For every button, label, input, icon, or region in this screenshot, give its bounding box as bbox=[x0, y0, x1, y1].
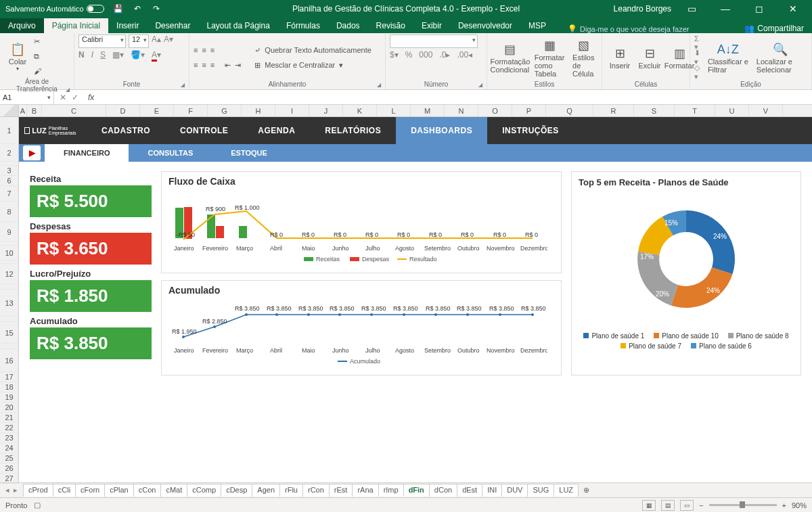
sheet-tab[interactable]: INI bbox=[482, 484, 502, 497]
user-name[interactable]: Leandro Borges bbox=[614, 4, 671, 14]
tab-data[interactable]: Dados bbox=[328, 18, 368, 33]
redo-icon[interactable]: ↷ bbox=[152, 4, 161, 14]
sheet-tab[interactable]: dEst bbox=[457, 484, 482, 497]
tab-page-layout[interactable]: Layout da Página bbox=[198, 18, 277, 33]
row-header[interactable]: 21 bbox=[0, 413, 18, 423]
cut-button[interactable]: ✂ bbox=[34, 35, 41, 48]
increase-font-icon[interactable]: A▴ bbox=[152, 35, 161, 48]
font-color-button[interactable]: A▾ bbox=[152, 50, 161, 60]
underline-button[interactable]: S bbox=[100, 50, 106, 60]
sheet-tab[interactable]: cProd bbox=[23, 484, 53, 497]
col-header[interactable]: P bbox=[512, 105, 546, 116]
nav-agenda[interactable]: AGENDA bbox=[243, 117, 310, 144]
save-icon[interactable]: 💾 bbox=[114, 4, 123, 14]
nav-controle[interactable]: CONTROLE bbox=[165, 117, 243, 144]
nav-relatorios[interactable]: RELATÓRIOS bbox=[310, 117, 396, 144]
align-left-icon[interactable]: ≡ bbox=[194, 61, 198, 69]
col-header[interactable]: S bbox=[634, 105, 675, 116]
minimize-icon[interactable]: — bbox=[712, 3, 739, 14]
align-bottom-icon[interactable]: ≡ bbox=[210, 46, 215, 54]
subnav-estoque[interactable]: ESTOQUE bbox=[212, 144, 286, 162]
sheet-tab[interactable]: Agen bbox=[252, 484, 280, 497]
bold-button[interactable]: N bbox=[78, 50, 85, 60]
col-header[interactable]: G bbox=[208, 105, 242, 116]
sheet-tab[interactable]: rCon bbox=[302, 484, 330, 497]
col-header[interactable]: A bbox=[19, 105, 27, 116]
copy-button[interactable]: ⧉ bbox=[34, 49, 41, 63]
row-header[interactable]: 16 bbox=[0, 349, 18, 372]
wrap-text-button[interactable]: ⤶ Quebrar Texto Automaticamente bbox=[254, 43, 371, 57]
font-size-select[interactable]: 12 bbox=[129, 35, 149, 48]
sheet-tab[interactable]: cPlan bbox=[104, 484, 134, 497]
row-header[interactable]: 10 bbox=[0, 246, 18, 260]
row-header[interactable]: 17 bbox=[0, 372, 18, 382]
row-header[interactable]: 7 bbox=[0, 186, 18, 202]
fill-color-button[interactable]: 🪣▾ bbox=[131, 50, 145, 60]
tab-home[interactable]: Página Inicial bbox=[44, 18, 108, 33]
select-all-button[interactable] bbox=[0, 105, 19, 116]
row-header[interactable]: 27 bbox=[0, 474, 18, 484]
sheet-nav-last-icon[interactable]: ▸ bbox=[14, 486, 18, 495]
tab-msp[interactable]: MSP bbox=[520, 18, 554, 33]
share-button[interactable]: 👥 Compartilhar bbox=[744, 24, 804, 33]
zoom-level[interactable]: 90% bbox=[792, 501, 807, 509]
align-right-icon[interactable]: ≡ bbox=[210, 61, 215, 69]
percent-button[interactable]: % bbox=[405, 50, 413, 60]
page-layout-view-button[interactable]: ▤ bbox=[661, 500, 675, 511]
col-header[interactable]: R bbox=[593, 105, 634, 116]
zoom-in-button[interactable]: + bbox=[782, 501, 786, 509]
col-header[interactable]: H bbox=[242, 105, 275, 116]
row-header[interactable]: 18 bbox=[0, 382, 18, 392]
format-painter-button[interactable]: 🖌 bbox=[34, 64, 41, 78]
tab-insert[interactable]: Inserir bbox=[108, 18, 147, 33]
autosave-toggle[interactable]: Salvamento Automático bbox=[5, 5, 104, 13]
format-cells-button[interactable]: ▥Formatar bbox=[666, 44, 693, 71]
row-header[interactable]: 8 bbox=[0, 202, 18, 222]
col-header[interactable]: K bbox=[343, 105, 377, 116]
nav-cadastro[interactable]: CADASTRO bbox=[87, 117, 165, 144]
increase-indent-icon[interactable]: ⇥ bbox=[235, 61, 241, 70]
col-header[interactable]: Q bbox=[546, 105, 593, 116]
row-header[interactable]: 6 bbox=[0, 176, 18, 186]
insert-cells-button[interactable]: ⊞Inserir bbox=[606, 44, 633, 71]
align-top-icon[interactable]: ≡ bbox=[194, 46, 198, 54]
decrease-decimal-icon[interactable]: .00◂ bbox=[457, 50, 472, 60]
ribbon-options-icon[interactable]: ▭ bbox=[678, 3, 705, 14]
subnav-financeiro[interactable]: FINANCEIRO bbox=[45, 144, 129, 162]
col-header[interactable]: C bbox=[42, 105, 106, 116]
col-header[interactable]: U bbox=[715, 105, 749, 116]
page-break-view-button[interactable]: ▭ bbox=[680, 500, 694, 511]
italic-button[interactable]: I bbox=[91, 50, 93, 60]
col-header[interactable]: O bbox=[478, 105, 512, 116]
sheet-tab[interactable]: cDesp bbox=[221, 484, 252, 497]
tab-review[interactable]: Revisão bbox=[368, 18, 413, 33]
row-header[interactable]: 23 bbox=[0, 433, 18, 443]
col-header[interactable]: F bbox=[174, 105, 208, 116]
nav-instrucoes[interactable]: INSTRUÇÕES bbox=[487, 117, 574, 144]
row-header[interactable]: 2 bbox=[0, 144, 18, 162]
play-icon[interactable]: ▶ bbox=[23, 145, 41, 160]
sort-filter-button[interactable]: A↓ZClassificar e Filtrar bbox=[705, 40, 751, 75]
currency-button[interactable]: $▾ bbox=[390, 50, 399, 60]
delete-cells-button[interactable]: ⊟Excluir bbox=[636, 44, 663, 71]
sheet-tab[interactable]: cCli bbox=[53, 484, 76, 497]
row-header[interactable]: 19 bbox=[0, 392, 18, 403]
sheet-tab[interactable]: dFin bbox=[403, 484, 430, 497]
border-button[interactable]: ▦▾ bbox=[112, 50, 124, 60]
col-header[interactable]: V bbox=[749, 105, 783, 116]
col-header[interactable]: I bbox=[275, 105, 309, 116]
row-header[interactable]: 9 bbox=[0, 222, 18, 242]
row-header[interactable]: 3 bbox=[0, 166, 18, 176]
conditional-format-button[interactable]: ▤Formatação Condicional bbox=[491, 40, 529, 75]
worksheet[interactable]: LUZ Planilhas Empresariais CADASTRO CONT… bbox=[19, 117, 812, 482]
sheet-tab[interactable]: LUZ bbox=[554, 484, 579, 497]
row-header[interactable] bbox=[0, 344, 18, 349]
decrease-indent-icon[interactable]: ⇤ bbox=[225, 61, 231, 70]
font-name-select[interactable]: Calibri bbox=[78, 35, 126, 48]
decrease-font-icon[interactable]: A▾ bbox=[164, 35, 173, 48]
col-header[interactable]: M bbox=[411, 105, 445, 116]
sheet-tab[interactable]: rImp bbox=[378, 484, 404, 497]
comma-button[interactable]: 000 bbox=[419, 50, 432, 60]
col-header[interactable]: T bbox=[675, 105, 715, 116]
zoom-slider[interactable] bbox=[709, 504, 777, 506]
